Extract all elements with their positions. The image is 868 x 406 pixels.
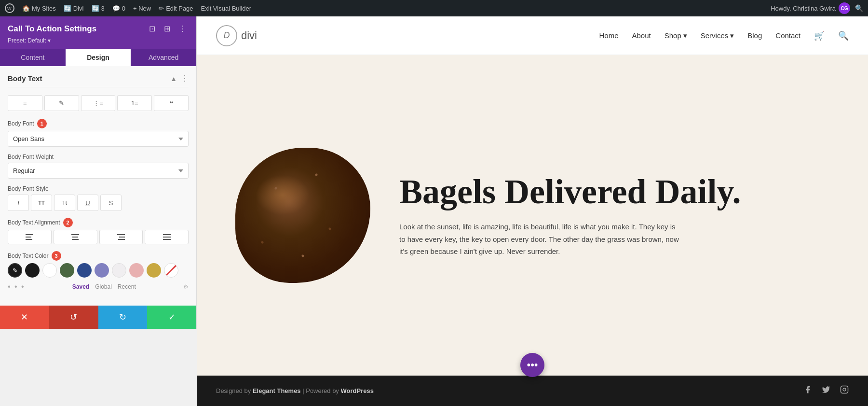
align-center-button[interactable] (54, 230, 97, 244)
section-controls: ▲ ⋮ (170, 74, 189, 83)
underline-style-button[interactable]: U (77, 195, 98, 211)
more-options-button[interactable]: ⋮ (177, 23, 189, 34)
align-right-button[interactable] (99, 230, 143, 244)
black-swatch[interactable] (25, 263, 40, 278)
search-icon[interactable]: 🔍 (855, 4, 863, 12)
exit-builder-link[interactable]: Exit Visual Builder (201, 5, 252, 12)
services-dropdown-icon: ▾ (730, 31, 734, 40)
undo-button[interactable]: ↺ (49, 306, 98, 329)
uppercase-style-button[interactable]: TT (31, 195, 52, 211)
red-slash-swatch[interactable] (164, 263, 178, 278)
cancel-button[interactable]: ✕ (0, 306, 49, 329)
panel-title: Call To Action Settings (8, 24, 96, 34)
panel-footer: ✕ ↺ ↻ ✓ (0, 306, 196, 329)
preset-label[interactable]: Preset: Default ▾ (8, 37, 189, 44)
floating-action-button[interactable]: ••• (520, 353, 544, 377)
columns-button[interactable]: ⊞ (162, 23, 172, 34)
footer-credit: Designed by Elegant Themes | Powered by … (216, 387, 374, 394)
tab-design[interactable]: Design (66, 49, 131, 66)
white-swatch[interactable] (42, 263, 57, 278)
tab-content[interactable]: Content (0, 49, 66, 66)
ordered-list-format-button[interactable]: 1≡ (117, 95, 152, 111)
collapse-icon[interactable]: ▲ (170, 75, 177, 83)
light-purple-swatch[interactable] (112, 263, 126, 278)
saved-tab[interactable]: Saved (72, 283, 89, 290)
svg-rect-13 (163, 239, 171, 240)
site-logo[interactable]: D divi (216, 25, 257, 46)
redo-button[interactable]: ↻ (98, 306, 148, 329)
comments-link[interactable]: 💬 0 (112, 5, 125, 12)
green-swatch[interactable] (60, 263, 74, 278)
body-text-color-label: Body Text Color 3 (8, 251, 189, 261)
italic-style-button[interactable]: I (8, 195, 29, 211)
window-resize-button[interactable]: ⊡ (147, 23, 157, 34)
comment-icon: 💬 (112, 5, 120, 12)
align-left-button[interactable] (8, 230, 52, 244)
wp-logo-link[interactable]: W (5, 3, 14, 13)
nav-blog[interactable]: Blog (747, 31, 762, 40)
nav-contact[interactable]: Contact (775, 31, 800, 40)
edit-page-link[interactable]: ✏ Edit Page (159, 5, 193, 12)
divi-link[interactable]: 🔄 Divi (64, 5, 84, 12)
new-link[interactable]: + New (133, 5, 151, 12)
nav-about[interactable]: About (632, 31, 651, 40)
color-settings-gear-icon[interactable]: ⚙ (183, 283, 189, 290)
capitalize-style-button[interactable]: Tt (54, 195, 75, 211)
cart-icon[interactable]: 🛒 (814, 30, 825, 41)
search-nav-icon[interactable]: 🔍 (838, 30, 849, 41)
nav-services[interactable]: Services ▾ (701, 31, 734, 40)
my-sites-link[interactable]: 🏠 My Sites (22, 5, 56, 12)
strikethrough-style-button[interactable]: S (100, 195, 122, 211)
main-layout: Call To Action Settings ⊡ ⊞ ⋮ Preset: De… (0, 16, 868, 406)
blockquote-format-button[interactable]: ❝ (154, 95, 189, 111)
section-more-icon[interactable]: ⋮ (181, 74, 189, 83)
dark-blue-swatch[interactable] (77, 263, 92, 278)
site-preview: D divi Home About Shop ▾ Services ▾ Blog… (197, 16, 868, 406)
body-text-section-header: Body Text ▲ ⋮ (8, 74, 189, 87)
save-button[interactable]: ✓ (147, 306, 196, 329)
undo-icon: ↺ (70, 312, 77, 322)
settings-panel: Call To Action Settings ⊡ ⊞ ⋮ Preset: De… (0, 16, 197, 329)
body-font-select[interactable]: Open Sans (8, 131, 189, 147)
body-font-weight-group: Body Font Weight Regular (8, 154, 189, 179)
pink-swatch[interactable] (129, 263, 144, 278)
body-font-label: Body Font 1 (8, 119, 189, 128)
svg-rect-5 (71, 234, 79, 235)
badge-1: 1 (37, 119, 47, 128)
gold-swatch[interactable] (147, 263, 161, 278)
body-font-style-group: Body Font Style I TT Tt U S (8, 185, 189, 211)
align-justify-button[interactable] (145, 230, 189, 244)
hero-image (235, 148, 370, 283)
hero-section: Bagels Delivered Daily. Look at the suns… (197, 55, 868, 376)
eyedropper-swatch[interactable]: ✎ (8, 263, 22, 278)
facebook-icon[interactable] (803, 385, 812, 396)
font-style-buttons: I TT Tt U S (8, 195, 189, 211)
lavender-swatch[interactable] (95, 263, 109, 278)
home-icon: 🏠 (22, 5, 30, 12)
body-text-alignment-group: Body Text Alignment 2 (8, 218, 189, 244)
global-tab[interactable]: Global (95, 283, 112, 290)
preset-arrow-icon: ▾ (48, 37, 51, 44)
wp-logo-icon: W (5, 3, 14, 13)
paragraph-format-button[interactable]: ≡ (8, 95, 42, 111)
badge-2: 2 (63, 218, 73, 227)
body-font-weight-label: Body Font Weight (8, 154, 189, 160)
instagram-icon[interactable] (840, 385, 849, 396)
recent-tab[interactable]: Recent (118, 283, 136, 290)
body-font-weight-select[interactable]: Regular (8, 163, 189, 179)
panel-tabs: Content Design Advanced (0, 49, 196, 66)
more-swatches-button[interactable]: • • • (8, 282, 25, 291)
refresh-link[interactable]: 🔄 3 (92, 5, 105, 12)
tab-advanced[interactable]: Advanced (131, 49, 196, 66)
shop-dropdown-icon: ▾ (683, 31, 687, 40)
nav-links: Home About Shop ▾ Services ▾ Blog Contac… (599, 30, 849, 41)
link-format-button[interactable]: ✎ (44, 95, 79, 111)
nav-shop[interactable]: Shop ▾ (665, 31, 687, 40)
twitter-icon[interactable] (822, 385, 830, 396)
nav-home[interactable]: Home (599, 31, 618, 40)
panel-header-icons: ⊡ ⊞ ⋮ (147, 23, 189, 34)
divi-icon: 🔄 (64, 5, 71, 12)
svg-rect-2 (26, 234, 33, 235)
eyedropper-icon: ✎ (13, 267, 18, 274)
unordered-list-format-button[interactable]: ⋮≡ (81, 95, 116, 111)
